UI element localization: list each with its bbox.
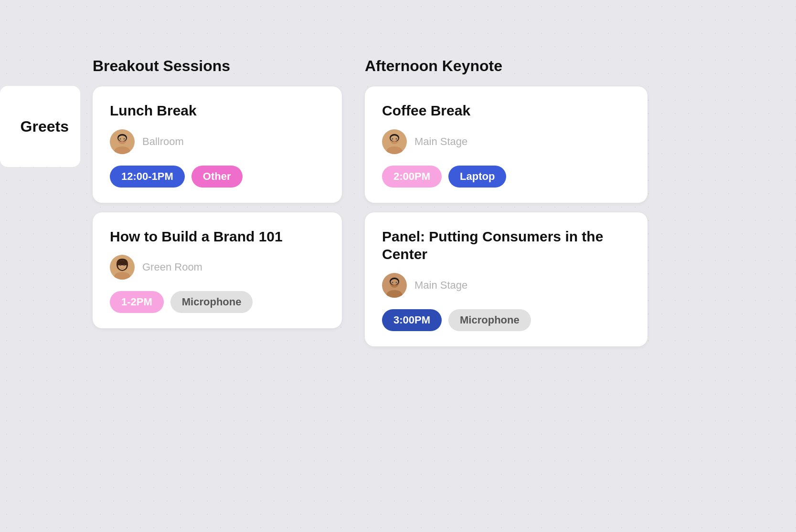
svg-point-14 [392, 138, 393, 139]
coffee-break-title: Coffee Break [382, 102, 630, 120]
lunch-break-meta: Ballroom [110, 129, 325, 154]
panel-consumers-card[interactable]: Panel: Putting Consumers in the Center [365, 212, 647, 346]
brand-101-title: How to Build a Brand 101 [110, 228, 325, 246]
partial-column: Greets [0, 57, 81, 532]
keynote-column: Afternoon Keynote Coffee Break [353, 57, 659, 532]
svg-point-8 [120, 265, 121, 266]
lunch-break-room: Ballroom [142, 136, 184, 148]
coffee-break-type-badge: Laptop [448, 166, 506, 188]
coffee-break-card[interactable]: Coffee Break [365, 86, 647, 203]
brand-101-room: Green Room [142, 261, 202, 273]
panel-consumers-time-badge: 3:00PM [382, 309, 442, 331]
brand-101-time-badge: 1-2PM [110, 291, 164, 313]
svg-point-19 [391, 279, 398, 285]
brand-101-badges: 1-2PM Microphone [110, 291, 325, 313]
lunch-break-type-badge: Other [191, 166, 243, 188]
svg-point-15 [396, 138, 397, 139]
avatar [110, 255, 135, 280]
svg-point-9 [124, 265, 125, 266]
lunch-break-card[interactable]: Lunch Break B [93, 86, 342, 203]
coffee-break-room: Main Stage [414, 136, 467, 148]
panel-consumers-title: Panel: Putting Consumers in the Center [382, 228, 630, 263]
coffee-break-meta: Main Stage [382, 129, 630, 154]
lunch-break-badges: 12:00-1PM Other [110, 166, 325, 188]
svg-point-13 [391, 136, 398, 141]
avatar [382, 129, 407, 154]
coffee-break-badges: 2:00PM Laptop [382, 166, 630, 188]
breakout-cards: Lunch Break B [93, 86, 342, 328]
lunch-break-time-badge: 12:00-1PM [110, 166, 185, 188]
panel-consumers-meta: Main Stage [382, 273, 630, 298]
partial-card-title: Greets [21, 118, 69, 136]
svg-point-20 [392, 282, 393, 283]
keynote-cards: Coffee Break [365, 86, 647, 346]
coffee-break-time-badge: 2:00PM [382, 166, 442, 188]
avatar [382, 273, 407, 298]
breakout-header: Breakout Sessions [93, 57, 342, 75]
keynote-header: Afternoon Keynote [365, 57, 647, 75]
svg-point-3 [118, 136, 126, 141]
svg-point-4 [120, 138, 121, 139]
brand-101-type-badge: Microphone [170, 291, 253, 313]
partial-card: Greets [0, 86, 80, 167]
avatar [110, 129, 135, 154]
brand-101-meta: Green Room [110, 255, 325, 280]
svg-point-5 [124, 138, 125, 139]
brand-101-card[interactable]: How to Build a Brand 101 [93, 212, 342, 329]
panel-consumers-badges: 3:00PM Microphone [382, 309, 630, 331]
panel-consumers-room: Main Stage [414, 279, 467, 292]
panel-consumers-type-badge: Microphone [448, 309, 531, 331]
svg-point-21 [396, 282, 397, 283]
breakout-column: Breakout Sessions Lunch Break [81, 57, 353, 532]
lunch-break-title: Lunch Break [110, 102, 325, 120]
